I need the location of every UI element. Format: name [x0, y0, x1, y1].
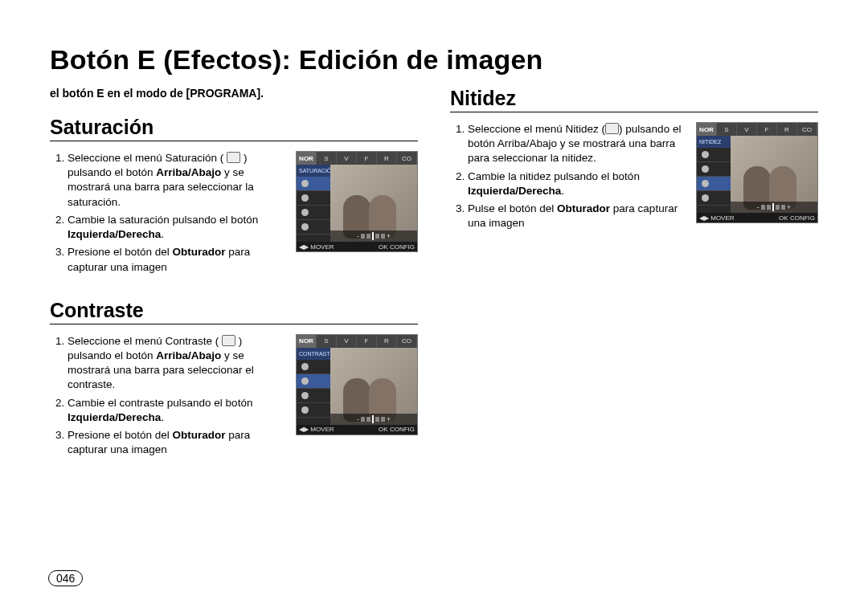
display-tab: R: [777, 123, 797, 136]
display-slider: -+: [731, 202, 817, 213]
display-top-nor: NOR: [297, 335, 317, 348]
heading-saturation: Saturación: [50, 116, 418, 139]
page-number: 046: [48, 570, 83, 586]
sidebar-row-icon: [697, 177, 731, 191]
left-column: el botón E en el modo de [PROGRAMA]. Sat…: [50, 87, 418, 482]
nit-step-1: Seleccione el menú Nitidez () pulsando e…: [468, 122, 685, 166]
contrast-steps: Seleccione el menú Contraste ( ) pulsand…: [50, 334, 285, 461]
right-column: Nitidez Seleccione el menú Nitidez () pu…: [450, 87, 818, 482]
con-step-3: Presione el botón del Obturador para cap…: [68, 428, 285, 457]
display-bottom-ok: OK CONFIG: [779, 214, 815, 222]
display-top-nor: NOR: [297, 152, 317, 165]
display-tab: F: [357, 152, 377, 165]
manual-page: Botón E (Efectos): Edición de imagen el …: [0, 0, 868, 604]
camera-display-contrast: NOR S V F R CO CONTRASTE: [296, 334, 418, 435]
sidebar-row-icon: [297, 389, 330, 403]
heading-contrast: Contraste: [50, 299, 418, 322]
display-tab: V: [337, 335, 357, 348]
sidebar-row-icon: [697, 191, 731, 206]
sidebar-row-icon: [697, 162, 731, 177]
sidebar-row-icon: [297, 360, 330, 374]
display-tab: F: [757, 123, 777, 136]
display-tab: V: [737, 123, 757, 136]
display-bottom-ok: OK CONFIG: [379, 426, 415, 433]
section-contraste: Contraste Seleccione el menú Contraste (…: [50, 299, 418, 461]
display-tab: CO: [397, 335, 417, 348]
section-nitidez: Nitidez Seleccione el menú Nitidez () pu…: [450, 87, 818, 235]
heading-sharpness: Nitidez: [450, 87, 818, 110]
display-tab: S: [317, 335, 337, 348]
display-bottom-move: ◀▶ MOVER: [299, 426, 334, 433]
display-bottom-ok: OK CONFIG: [379, 243, 415, 251]
sidebar-row-icon: [297, 191, 330, 206]
display-tab: CO: [397, 152, 417, 165]
display-bottom-move: ◀▶ MOVER: [699, 214, 735, 222]
sidebar-row-icon: [297, 374, 330, 389]
camera-display-saturation: NOR S V F R CO SATURACIÓN: [296, 151, 418, 252]
heading-rule: [450, 112, 818, 112]
display-tab: S: [717, 123, 737, 136]
display-tab: CO: [797, 123, 817, 136]
sidebar-row-icon: [697, 148, 731, 162]
sidebar-row-icon: [297, 403, 330, 418]
contrast-menu-icon: [222, 335, 235, 346]
heading-rule: [50, 141, 418, 141]
display-sidebar-title: CONTRASTE: [297, 348, 330, 360]
display-tab: R: [377, 152, 397, 165]
page-title: Botón E (Efectos): Edición de imagen: [50, 44, 818, 76]
intro-note: el botón E en el modo de [PROGRAMA].: [50, 87, 418, 100]
sat-step-1: Seleccione el menú Saturación ( ) pulsan…: [68, 151, 285, 210]
saturation-menu-icon: [227, 152, 240, 163]
sat-step-2: Cambie la saturación pulsando el botón I…: [68, 213, 285, 242]
content-columns: el botón E en el modo de [PROGRAMA]. Sat…: [50, 87, 818, 482]
sat-step-3: Presione el botón del Obturador para cap…: [68, 245, 285, 274]
sidebar-row-icon: [297, 220, 330, 235]
display-tab: S: [317, 152, 337, 165]
sharpness-menu-icon: [605, 123, 619, 134]
display-top-nor: NOR: [697, 123, 717, 136]
saturation-steps: Seleccione el menú Saturación ( ) pulsan…: [50, 151, 285, 278]
camera-display-sharpness: NOR S V F R CO NITIDEZ: [696, 122, 818, 223]
nit-step-2: Cambie la nitidez pulsando el botón Izqu…: [468, 169, 685, 198]
con-step-2: Cambie el contraste pulsando el botón Iz…: [68, 396, 285, 425]
display-bottom-move: ◀▶ MOVER: [299, 243, 334, 251]
display-sidebar-title: SATURACIÓN: [297, 165, 330, 177]
sharpness-steps: Seleccione el menú Nitidez () pulsando e…: [450, 122, 685, 235]
display-tab: V: [337, 152, 357, 165]
display-sidebar-title: NITIDEZ: [697, 136, 731, 148]
display-tab: R: [377, 335, 397, 348]
heading-rule: [50, 324, 418, 324]
nit-step-3: Pulse el botón del Obturador para captur…: [468, 202, 685, 231]
con-step-1: Seleccione el menú Contraste ( ) pulsand…: [68, 334, 285, 393]
display-slider: -+: [330, 231, 417, 242]
sidebar-row-icon: [297, 177, 330, 191]
sidebar-row-icon: [297, 206, 330, 220]
display-slider: -+: [330, 414, 417, 425]
display-tab: F: [357, 335, 377, 348]
section-saturacion: Saturación Seleccione el menú Saturación…: [50, 116, 418, 278]
